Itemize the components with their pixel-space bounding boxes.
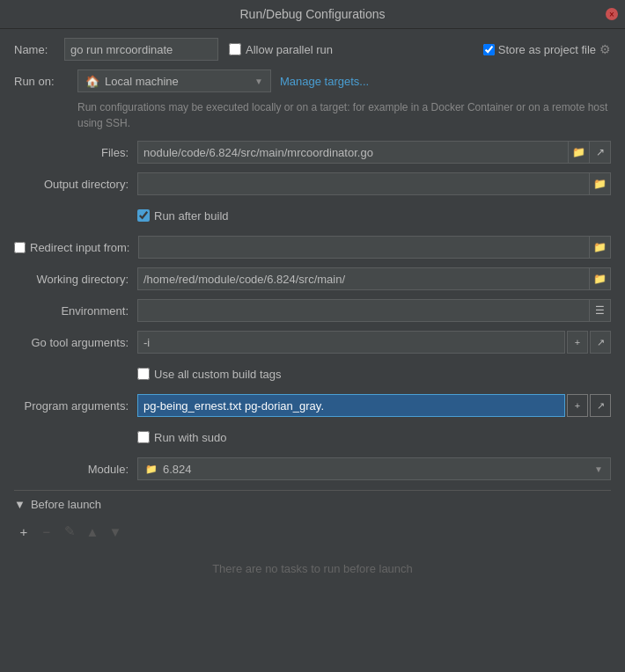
title-bar: Run/Debug Configurations × — [0, 0, 625, 29]
program-args-input[interactable] — [137, 394, 565, 417]
program-args-container: + ↗ — [137, 394, 611, 417]
redirect-input-label: Redirect input from: — [14, 241, 138, 254]
go-tool-args-label: Go tool arguments: — [14, 336, 137, 349]
folder-icon: 📁 — [572, 146, 585, 158]
working-dir-input-container: 📁 — [137, 267, 611, 290]
before-launch-toolbar: + − ✎ ▲ ▼ — [14, 518, 611, 544]
allow-parallel-checkbox[interactable] — [229, 43, 241, 55]
module-dropdown[interactable]: 📁 6.824 ▼ — [137, 457, 611, 480]
before-launch-chevron-icon: ▼ — [14, 498, 26, 511]
edit-icon: ☰ — [595, 304, 605, 317]
redirect-input-field[interactable] — [138, 236, 590, 259]
name-input[interactable] — [64, 38, 218, 61]
custom-build-tags-label[interactable]: Use all custom build tags — [137, 368, 282, 381]
run-after-build-checkbox[interactable] — [137, 209, 150, 222]
run-with-sudo-row: Run with sudo — [137, 425, 611, 449]
name-row: Name: Allow parallel run Store as projec… — [14, 38, 611, 61]
program-args-label: Program arguments: — [14, 399, 137, 413]
environment-row: Environment: ☰ — [14, 298, 611, 323]
output-dir-input-container: 📁 — [137, 172, 611, 195]
go-tool-args-input[interactable] — [137, 331, 565, 354]
module-row: Module: 📁 6.824 ▼ — [14, 457, 611, 481]
output-dir-row: Output directory: 📁 — [14, 172, 611, 196]
environment-input[interactable] — [137, 299, 590, 322]
run-with-sudo-label[interactable]: Run with sudo — [137, 431, 226, 444]
remove-task-button[interactable]: − — [37, 522, 56, 541]
name-label: Name: — [14, 43, 54, 56]
go-tool-args-row: Go tool arguments: + ↗ — [14, 330, 611, 354]
module-folder-icon: 📁 — [145, 464, 158, 475]
files-label: Files: — [14, 146, 137, 159]
store-project-file-label: Store as project file ⚙ — [483, 42, 611, 56]
run-after-build-label[interactable]: Run after build — [137, 209, 229, 223]
files-input[interactable] — [137, 141, 569, 164]
allow-parallel-label[interactable]: Allow parallel run — [229, 43, 333, 56]
working-dir-label: Working directory: — [14, 273, 137, 286]
no-tasks-text: There are no tasks to run before launch — [14, 544, 611, 593]
dropdown-arrow-icon: ▼ — [254, 77, 263, 86]
output-dir-folder-button[interactable]: 📁 — [590, 172, 611, 195]
run-after-build-row: Run after build — [137, 203, 611, 228]
close-button[interactable]: × — [606, 8, 618, 20]
working-dir-folder-button[interactable]: 📁 — [590, 267, 611, 290]
environment-edit-button[interactable]: ☰ — [590, 299, 611, 322]
output-dir-label: Output directory: — [14, 178, 137, 191]
gear-icon[interactable]: ⚙ — [599, 42, 611, 56]
go-tool-args-container: + ↗ — [137, 331, 611, 354]
program-args-row: Program arguments: + ↗ — [14, 393, 611, 418]
move-down-button[interactable]: ▼ — [106, 522, 125, 541]
working-dir-input[interactable] — [137, 267, 590, 290]
files-row: Files: 📁 ↗ — [14, 140, 611, 164]
manage-targets-link[interactable]: Manage targets... — [280, 75, 369, 88]
home-icon: 🏠 — [85, 75, 99, 88]
redirect-input-checkbox[interactable] — [14, 242, 26, 253]
working-dir-row: Working directory: 📁 — [14, 267, 611, 291]
folder-icon: 📁 — [593, 273, 607, 285]
main-content: Name: Allow parallel run Store as projec… — [0, 29, 625, 602]
before-launch-header[interactable]: ▼ Before launch — [14, 491, 611, 518]
go-tool-args-add-button[interactable]: + — [567, 331, 588, 354]
custom-build-tags-row: Use all custom build tags — [137, 362, 611, 386]
move-up-button[interactable]: ▲ — [83, 522, 102, 541]
folder-icon: 📁 — [593, 241, 607, 253]
redirect-input-container: 📁 — [138, 236, 611, 259]
before-launch-section: ▼ Before launch + − ✎ ▲ ▼ There are no t… — [14, 490, 611, 593]
program-args-add-button[interactable]: + — [567, 394, 588, 417]
program-args-expand-button[interactable]: ↗ — [590, 394, 611, 417]
run-on-dropdown[interactable]: 🏠 Local machine ▼ — [77, 69, 271, 92]
expand-icon: ↗ — [596, 146, 605, 158]
store-project-file-checkbox[interactable] — [483, 44, 495, 55]
module-dropdown-arrow-icon: ▼ — [594, 464, 603, 474]
files-folder-button[interactable]: 📁 — [569, 141, 590, 164]
environment-input-container: ☰ — [137, 299, 611, 322]
files-expand-button[interactable]: ↗ — [590, 141, 611, 164]
add-task-button[interactable]: + — [14, 522, 33, 541]
redirect-input-folder-button[interactable]: 📁 — [590, 236, 611, 259]
dialog-title: Run/Debug Configurations — [240, 7, 386, 21]
go-tool-args-expand-button[interactable]: ↗ — [590, 331, 611, 354]
info-text: Run configurations may be executed local… — [77, 99, 611, 131]
run-with-sudo-checkbox[interactable] — [137, 431, 150, 443]
redirect-input-row: Redirect input from: 📁 — [14, 235, 611, 259]
custom-build-tags-checkbox[interactable] — [137, 368, 150, 380]
output-dir-input[interactable] — [137, 172, 590, 195]
run-on-label: Run on: — [14, 75, 69, 88]
run-on-row: Run on: 🏠 Local machine ▼ Manage targets… — [14, 69, 611, 92]
environment-label: Environment: — [14, 304, 137, 318]
edit-task-button[interactable]: ✎ — [60, 522, 79, 541]
files-input-container: 📁 ↗ — [137, 141, 611, 164]
module-label: Module: — [14, 463, 137, 476]
folder-icon: 📁 — [593, 178, 607, 190]
